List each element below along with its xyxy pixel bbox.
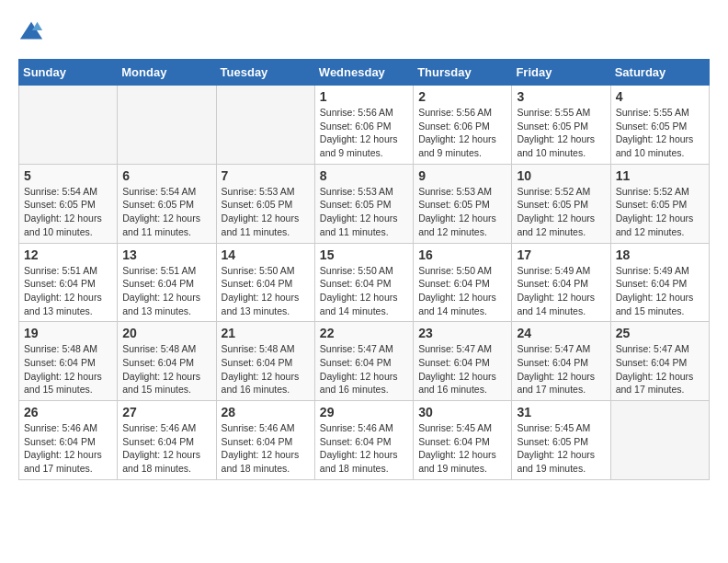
- calendar-cell: 2Sunrise: 5:56 AM Sunset: 6:06 PM Daylig…: [414, 86, 512, 165]
- calendar-cell: 26Sunrise: 5:46 AM Sunset: 6:04 PM Dayli…: [19, 401, 118, 480]
- day-number: 14: [222, 247, 310, 262]
- calendar-cell: 4Sunrise: 5:55 AM Sunset: 6:05 PM Daylig…: [610, 86, 709, 165]
- day-info: Sunrise: 5:48 AM Sunset: 6:04 PM Dayligh…: [24, 342, 112, 396]
- day-number: 15: [320, 247, 408, 262]
- day-number: 23: [418, 326, 506, 340]
- calendar-cell: 9Sunrise: 5:53 AM Sunset: 6:05 PM Daylig…: [414, 164, 512, 243]
- weekday-header-friday: Friday: [512, 60, 610, 86]
- day-info: Sunrise: 5:52 AM Sunset: 6:05 PM Dayligh…: [517, 185, 605, 239]
- day-info: Sunrise: 5:47 AM Sunset: 6:04 PM Dayligh…: [418, 342, 506, 396]
- weekday-header-row: SundayMondayTuesdayWednesdayThursdayFrid…: [19, 60, 710, 86]
- calendar-cell: 6Sunrise: 5:54 AM Sunset: 6:05 PM Daylig…: [118, 164, 216, 243]
- calendar-cell: 20Sunrise: 5:48 AM Sunset: 6:04 PM Dayli…: [118, 322, 216, 401]
- calendar-cell: 7Sunrise: 5:53 AM Sunset: 6:05 PM Daylig…: [216, 164, 314, 243]
- calendar-cell: 13Sunrise: 5:51 AM Sunset: 6:04 PM Dayli…: [118, 243, 216, 322]
- weekday-header-wednesday: Wednesday: [314, 60, 413, 86]
- day-info: Sunrise: 5:50 AM Sunset: 6:04 PM Dayligh…: [320, 264, 408, 318]
- day-info: Sunrise: 5:47 AM Sunset: 6:04 PM Dayligh…: [320, 342, 408, 396]
- day-number: 31: [517, 405, 605, 419]
- day-info: Sunrise: 5:45 AM Sunset: 6:04 PM Dayligh…: [418, 421, 506, 476]
- day-number: 9: [418, 168, 506, 183]
- week-row-4: 19Sunrise: 5:48 AM Sunset: 6:04 PM Dayli…: [19, 322, 710, 401]
- day-number: 25: [616, 326, 704, 340]
- calendar-cell: 31Sunrise: 5:45 AM Sunset: 6:05 PM Dayli…: [512, 401, 610, 480]
- calendar-cell: 23Sunrise: 5:47 AM Sunset: 6:04 PM Dayli…: [414, 322, 512, 401]
- weekday-header-thursday: Thursday: [414, 60, 512, 86]
- logo-icon: [18, 18, 44, 44]
- day-info: Sunrise: 5:54 AM Sunset: 6:05 PM Dayligh…: [24, 185, 112, 239]
- day-info: Sunrise: 5:48 AM Sunset: 6:04 PM Dayligh…: [222, 342, 310, 396]
- day-number: 2: [418, 89, 506, 104]
- day-number: 10: [517, 168, 605, 183]
- calendar-cell: 25Sunrise: 5:47 AM Sunset: 6:04 PM Dayli…: [610, 322, 709, 401]
- calendar-cell: [610, 401, 709, 480]
- day-info: Sunrise: 5:54 AM Sunset: 6:05 PM Dayligh…: [122, 185, 210, 239]
- calendar-cell: 22Sunrise: 5:47 AM Sunset: 6:04 PM Dayli…: [314, 322, 413, 401]
- day-info: Sunrise: 5:46 AM Sunset: 6:04 PM Dayligh…: [24, 421, 112, 476]
- weekday-header-monday: Monday: [118, 60, 216, 86]
- day-number: 24: [517, 326, 605, 340]
- calendar-cell: 19Sunrise: 5:48 AM Sunset: 6:04 PM Dayli…: [19, 322, 118, 401]
- week-row-3: 12Sunrise: 5:51 AM Sunset: 6:04 PM Dayli…: [19, 243, 710, 322]
- calendar-cell: 28Sunrise: 5:46 AM Sunset: 6:04 PM Dayli…: [216, 401, 314, 480]
- day-info: Sunrise: 5:47 AM Sunset: 6:04 PM Dayligh…: [517, 342, 605, 396]
- calendar-cell: 14Sunrise: 5:50 AM Sunset: 6:04 PM Dayli…: [216, 243, 314, 322]
- weekday-header-tuesday: Tuesday: [216, 60, 314, 86]
- calendar-cell: 3Sunrise: 5:55 AM Sunset: 6:05 PM Daylig…: [512, 86, 610, 165]
- calendar-cell: [216, 86, 314, 165]
- calendar-cell: 16Sunrise: 5:50 AM Sunset: 6:04 PM Dayli…: [414, 243, 512, 322]
- calendar-cell: [118, 86, 216, 165]
- day-number: 3: [517, 89, 605, 104]
- day-info: Sunrise: 5:53 AM Sunset: 6:05 PM Dayligh…: [418, 185, 506, 239]
- day-number: 19: [24, 326, 112, 340]
- calendar-cell: 21Sunrise: 5:48 AM Sunset: 6:04 PM Dayli…: [216, 322, 314, 401]
- day-number: 11: [616, 168, 704, 183]
- calendar-cell: [19, 86, 118, 165]
- day-number: 27: [122, 405, 210, 419]
- day-number: 1: [320, 89, 408, 104]
- calendar-cell: 8Sunrise: 5:53 AM Sunset: 6:05 PM Daylig…: [314, 164, 413, 243]
- day-number: 17: [517, 247, 605, 262]
- day-info: Sunrise: 5:55 AM Sunset: 6:05 PM Dayligh…: [517, 106, 605, 160]
- day-info: Sunrise: 5:45 AM Sunset: 6:05 PM Dayligh…: [517, 421, 605, 476]
- day-number: 16: [418, 247, 506, 262]
- day-info: Sunrise: 5:49 AM Sunset: 6:04 PM Dayligh…: [517, 264, 605, 318]
- day-info: Sunrise: 5:50 AM Sunset: 6:04 PM Dayligh…: [222, 264, 310, 318]
- day-number: 21: [222, 326, 310, 340]
- week-row-5: 26Sunrise: 5:46 AM Sunset: 6:04 PM Dayli…: [19, 401, 710, 480]
- calendar-cell: 11Sunrise: 5:52 AM Sunset: 6:05 PM Dayli…: [610, 164, 709, 243]
- week-row-1: 1Sunrise: 5:56 AM Sunset: 6:06 PM Daylig…: [19, 86, 710, 165]
- day-info: Sunrise: 5:51 AM Sunset: 6:04 PM Dayligh…: [24, 264, 112, 318]
- calendar-cell: 15Sunrise: 5:50 AM Sunset: 6:04 PM Dayli…: [314, 243, 413, 322]
- day-number: 4: [616, 89, 704, 104]
- day-info: Sunrise: 5:46 AM Sunset: 6:04 PM Dayligh…: [222, 421, 310, 476]
- weekday-header-sunday: Sunday: [19, 60, 118, 86]
- day-info: Sunrise: 5:50 AM Sunset: 6:04 PM Dayligh…: [418, 264, 506, 318]
- day-info: Sunrise: 5:56 AM Sunset: 6:06 PM Dayligh…: [320, 106, 408, 160]
- day-number: 12: [24, 247, 112, 262]
- day-info: Sunrise: 5:46 AM Sunset: 6:04 PM Dayligh…: [122, 421, 210, 476]
- day-number: 26: [24, 405, 112, 419]
- logo: [18, 18, 48, 44]
- calendar-cell: 27Sunrise: 5:46 AM Sunset: 6:04 PM Dayli…: [118, 401, 216, 480]
- day-info: Sunrise: 5:53 AM Sunset: 6:05 PM Dayligh…: [320, 185, 408, 239]
- calendar-cell: 29Sunrise: 5:46 AM Sunset: 6:04 PM Dayli…: [314, 401, 413, 480]
- day-number: 7: [222, 168, 310, 183]
- day-info: Sunrise: 5:48 AM Sunset: 6:04 PM Dayligh…: [122, 342, 210, 396]
- day-number: 30: [418, 405, 506, 419]
- day-info: Sunrise: 5:47 AM Sunset: 6:04 PM Dayligh…: [616, 342, 704, 396]
- day-number: 8: [320, 168, 408, 183]
- calendar-cell: 18Sunrise: 5:49 AM Sunset: 6:04 PM Dayli…: [610, 243, 709, 322]
- calendar-cell: 17Sunrise: 5:49 AM Sunset: 6:04 PM Dayli…: [512, 243, 610, 322]
- day-info: Sunrise: 5:56 AM Sunset: 6:06 PM Dayligh…: [418, 106, 506, 160]
- day-number: 22: [320, 326, 408, 340]
- day-number: 28: [222, 405, 310, 419]
- calendar-cell: 24Sunrise: 5:47 AM Sunset: 6:04 PM Dayli…: [512, 322, 610, 401]
- day-info: Sunrise: 5:51 AM Sunset: 6:04 PM Dayligh…: [122, 264, 210, 318]
- weekday-header-saturday: Saturday: [610, 60, 709, 86]
- day-number: 29: [320, 405, 408, 419]
- day-info: Sunrise: 5:52 AM Sunset: 6:05 PM Dayligh…: [616, 185, 704, 239]
- calendar-cell: 10Sunrise: 5:52 AM Sunset: 6:05 PM Dayli…: [512, 164, 610, 243]
- week-row-2: 5Sunrise: 5:54 AM Sunset: 6:05 PM Daylig…: [19, 164, 710, 243]
- day-number: 18: [616, 247, 704, 262]
